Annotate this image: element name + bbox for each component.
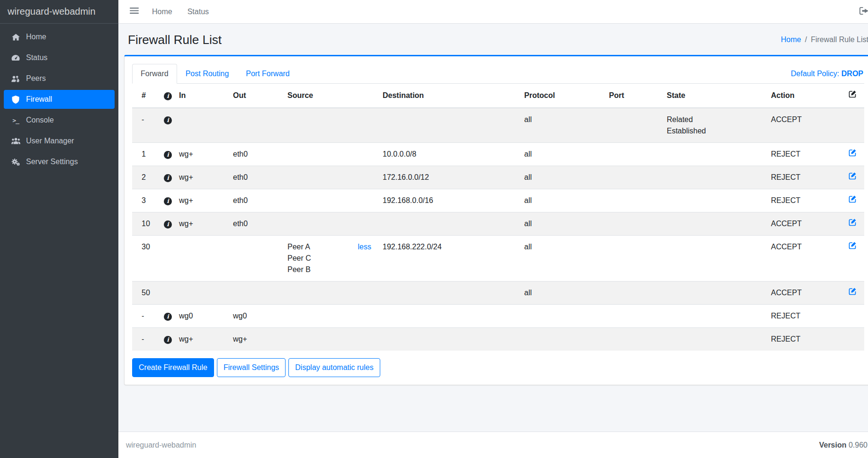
firewall-settings-button[interactable]: Firewall Settings <box>217 358 286 377</box>
footer: wireguard-webadmin Version 0.960 <box>118 432 868 458</box>
tab-port-forward[interactable]: Port Forward <box>237 64 298 84</box>
action-value: REJECT <box>771 335 800 343</box>
action-value: REJECT <box>771 173 800 181</box>
edit-rule-button[interactable] <box>849 241 857 253</box>
cell-action: ACCEPT <box>765 212 842 236</box>
edit-rule-button[interactable] <box>849 149 857 160</box>
cell-num: 30 <box>132 236 158 282</box>
cell-state <box>661 236 765 282</box>
cell-port <box>603 212 661 236</box>
cell-state <box>661 282 765 305</box>
info-icon: i <box>164 197 172 205</box>
peers-icon <box>9 75 23 82</box>
sign-out-icon <box>859 7 868 17</box>
cell-num: 2 <box>132 166 158 189</box>
sidebar-item-home[interactable]: Home <box>4 27 115 46</box>
display-automatic-rules-button[interactable]: Display automatic rules <box>288 358 380 377</box>
sidebar-item-peers[interactable]: Peers <box>4 69 115 88</box>
cell-protocol: all <box>519 108 603 143</box>
cell-source <box>282 305 377 328</box>
column-header-edit <box>842 84 864 108</box>
state-values: RelatedEstablished <box>667 114 760 137</box>
table-row: 2iwg+eth0172.16.0.0/12allREJECT <box>132 166 864 189</box>
sidebar-item-console[interactable]: >_Console <box>4 111 115 130</box>
cell-info: i <box>158 328 173 351</box>
cell-action: ACCEPT <box>765 282 842 305</box>
source-peer-names: Peer APeer CPeer B <box>287 241 311 275</box>
cell-state: RelatedEstablished <box>661 108 765 143</box>
firewall-rule-table: #iInOutSourceDestinationProtocolPortStat… <box>132 84 864 351</box>
tab-post-routing[interactable]: Post Routing <box>177 64 238 84</box>
cell-info <box>158 236 173 282</box>
hamburger-icon <box>130 7 139 16</box>
sidebar: wireguard-webadmin HomeStatusPeersFirewa… <box>0 0 118 458</box>
default-policy-link[interactable]: Default Policy: DROP <box>791 70 863 78</box>
cell-protocol: all <box>519 282 603 305</box>
cell-in <box>173 108 227 143</box>
create-firewall-rule-button[interactable]: Create Firewall Rule <box>132 358 214 377</box>
app-viewport: wireguard-webadmin HomeStatusPeersFirewa… <box>0 0 868 458</box>
cell-in: wg+ <box>173 212 227 236</box>
table-row: 30Peer APeer CPeer Bless192.168.222.0/24… <box>132 236 864 282</box>
cell-destination: 172.16.0.0/12 <box>377 166 519 189</box>
cell-protocol: all <box>519 236 603 282</box>
navbar-link-home[interactable]: Home <box>144 4 180 20</box>
navbar-link-status[interactable]: Status <box>180 4 216 20</box>
cell-info <box>158 282 173 305</box>
action-value: REJECT <box>771 196 800 204</box>
cell-action: ACCEPT <box>765 108 842 143</box>
edit-rule-button[interactable] <box>849 172 857 183</box>
footer-version: Version 0.960 <box>819 441 868 449</box>
main-area: Home Status Firewall Rule List Home/Fire… <box>118 0 868 458</box>
cell-edit <box>842 212 864 236</box>
cell-source <box>282 166 377 189</box>
cell-destination <box>377 282 519 305</box>
cell-out: eth0 <box>227 143 282 166</box>
cell-destination: 192.168.222.0/24 <box>377 236 519 282</box>
less-link[interactable]: less <box>358 241 371 253</box>
sidebar-toggle-button[interactable] <box>124 3 144 20</box>
action-value: ACCEPT <box>771 220 802 228</box>
cell-state <box>661 166 765 189</box>
sidebar-item-label: Server Settings <box>26 158 78 166</box>
page: wireguard-webadmin HomeStatusPeersFirewa… <box>0 0 868 458</box>
table-body: -iallRelatedEstablishedACCEPT1iwg+eth010… <box>132 108 864 351</box>
action-value: ACCEPT <box>771 115 802 123</box>
logout-button[interactable] <box>856 3 868 20</box>
sidebar-item-server-settings[interactable]: Server Settings <box>4 152 115 171</box>
cell-edit <box>842 282 864 305</box>
cell-source <box>282 212 377 236</box>
cell-port <box>603 282 661 305</box>
cell-action: REJECT <box>765 305 842 328</box>
cell-in <box>173 282 227 305</box>
cell-info: i <box>158 189 173 212</box>
table-row: -iwg0wg0REJECT <box>132 305 864 328</box>
info-icon: i <box>164 116 172 124</box>
cell-out: eth0 <box>227 166 282 189</box>
cell-source <box>282 282 377 305</box>
edit-rule-button[interactable] <box>849 218 857 229</box>
sidebar-item-firewall[interactable]: Firewall <box>4 90 115 109</box>
cell-destination: 192.168.0.0/16 <box>377 189 519 212</box>
cell-num: 1 <box>132 143 158 166</box>
column-header-source: Source <box>282 84 377 108</box>
edit-icon <box>849 90 857 101</box>
user-manager-icon <box>9 138 23 144</box>
footer-version-value: 0.960 <box>849 441 868 449</box>
sidebar-item-status[interactable]: Status <box>4 48 115 67</box>
edit-rule-button[interactable] <box>849 195 857 206</box>
edit-rule-button[interactable] <box>849 287 857 299</box>
cell-source <box>282 108 377 143</box>
breadcrumb: Home/Firewall Rule List <box>781 35 868 44</box>
sidebar-item-user-manager[interactable]: User Manager <box>4 132 115 150</box>
cell-in: wg+ <box>173 189 227 212</box>
breadcrumb-home-link[interactable]: Home <box>781 35 801 44</box>
cell-edit <box>842 328 864 351</box>
table-header-row: #iInOutSourceDestinationProtocolPortStat… <box>132 84 864 108</box>
tab-forward[interactable]: Forward <box>132 64 177 84</box>
brand[interactable]: wireguard-webadmin <box>0 0 118 24</box>
console-icon: >_ <box>9 117 23 124</box>
cell-edit <box>842 236 864 282</box>
cell-destination <box>377 212 519 236</box>
table-row: 10iwg+eth0allACCEPT <box>132 212 864 236</box>
